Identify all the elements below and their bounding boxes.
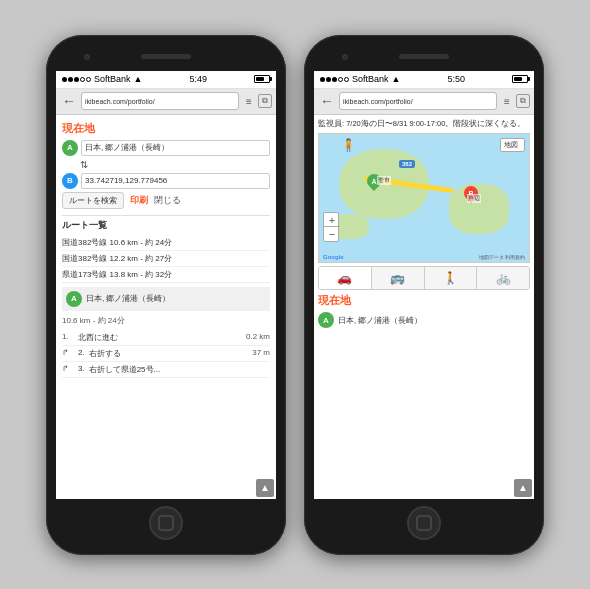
status-right-2	[512, 75, 528, 83]
status-right-1	[254, 75, 270, 83]
phone-bottom-2	[312, 503, 536, 543]
browser-bar-2: ← ikibeach.com/portfolio/ ≡ ⧉	[314, 89, 534, 115]
current-loc-row: A 日本, 郷ノ浦港（長崎）	[318, 312, 530, 328]
url-text-2: ikibeach.com/portfolio/	[343, 98, 413, 105]
ctrl-bus[interactable]: 🚌	[372, 267, 425, 289]
tab-icon-1[interactable]: ⧉	[258, 94, 272, 108]
info-text: 監視員: 7/20海の日〜8/31 9:00-17:00。階段状に深くなる。	[318, 119, 530, 130]
wifi-icon-1: ▲	[134, 74, 143, 84]
content-1: 現在地 A 日本, 郷ノ浦港（長崎） ⇅ B 33.742719,129.779…	[56, 115, 276, 499]
step2-icon: ↱	[62, 348, 74, 357]
ctrl-walk[interactable]: 🚶	[425, 267, 478, 289]
map-container[interactable]: 382 A B	[318, 133, 530, 263]
dot4b	[338, 77, 343, 82]
step-row-1: 1. 北西に進む 0.2 km	[62, 330, 270, 346]
browser-bar-1: ← ikibeach.com/portfolio/ ≡ ⧉	[56, 89, 276, 115]
person-icon: 🧍	[341, 138, 356, 152]
route-list-title: ルート一覧	[62, 219, 270, 232]
divider-1	[62, 215, 270, 216]
signal-dots-1	[62, 77, 91, 82]
current-loc-text: 日本, 郷ノ浦港（長崎）	[338, 315, 422, 326]
ctrl-bike[interactable]: 🚲	[477, 267, 529, 289]
field-b[interactable]: 33.742719,129.779456	[81, 173, 270, 189]
dot3	[74, 77, 79, 82]
time-label-2: 5:50	[447, 74, 465, 84]
battery-1	[254, 75, 270, 83]
map-background: 382 A B	[319, 134, 529, 262]
home-btn-inner-2	[416, 515, 432, 531]
home-btn-inner-1	[158, 515, 174, 531]
tab-icon-2[interactable]: ⧉	[516, 94, 530, 108]
zoom-in-btn[interactable]: +	[324, 213, 340, 227]
menu-icon-2[interactable]: ≡	[500, 94, 514, 108]
battery-fill-1	[256, 77, 264, 81]
back-button-1[interactable]: ←	[60, 93, 78, 109]
dot5	[86, 77, 91, 82]
step2-num: 2.	[78, 348, 85, 357]
route-item-2[interactable]: 国道382号線 12.2 km - 約 27分	[62, 251, 270, 267]
browser-icons-2: ≡ ⧉	[500, 94, 530, 108]
field-a[interactable]: 日本, 郷ノ浦港（長崎）	[81, 140, 270, 156]
screen-1: SoftBank ▲ 5:49 ← ikibeach.com/portfolio…	[56, 71, 276, 499]
route-item-1[interactable]: 国道382号線 10.6 km - 約 24分	[62, 235, 270, 251]
action-row: ルートを検索 印刷 閉じる	[62, 192, 270, 209]
wifi-icon-2: ▲	[392, 74, 401, 84]
step-row-2: ↱ 2. 右折する 37 m	[62, 346, 270, 362]
dot5b	[344, 77, 349, 82]
home-button-1[interactable]	[149, 506, 183, 540]
battery-fill-2	[514, 77, 522, 81]
speaker-1	[141, 54, 191, 59]
step2-dist: 37 m	[252, 348, 270, 357]
step3-icon: ↱	[62, 364, 74, 373]
zoom-controls: + −	[323, 212, 339, 242]
section-title-1: 現在地	[62, 121, 270, 136]
input-row-b: B 33.742719,129.779456	[62, 173, 270, 189]
zoom-out-btn[interactable]: −	[324, 227, 340, 241]
ctrl-car[interactable]: 🚗	[319, 267, 372, 289]
road-badge-382: 382	[399, 160, 415, 168]
url-text-1: ikibeach.com/portfolio/	[85, 98, 155, 105]
camera-2	[342, 54, 348, 60]
google-logo: Google	[323, 254, 344, 260]
map-type-dropdown[interactable]: 地図	[500, 138, 525, 152]
phone-1: SoftBank ▲ 5:49 ← ikibeach.com/portfolio…	[46, 35, 286, 555]
map-footer: 地図データ 利用規約	[479, 254, 525, 260]
step1-text: 北西に進む	[78, 332, 118, 343]
carrier-label-1: SoftBank	[94, 74, 131, 84]
label-ashibe: 芦辺	[467, 194, 481, 203]
label-shishi: 壱市	[377, 176, 391, 185]
current-loc-marker: A	[318, 312, 334, 328]
time-label-1: 5:49	[189, 74, 207, 84]
dist-info: 10.6 km - 約 24分	[62, 315, 270, 326]
input-row-a: A 日本, 郷ノ浦港（長崎）	[62, 140, 270, 156]
step3-text: 右折して県道25号...	[89, 364, 161, 375]
step1-dist: 0.2 km	[246, 332, 270, 341]
back-button-2[interactable]: ←	[318, 93, 336, 109]
speaker-2	[399, 54, 449, 59]
phone-top-1	[54, 47, 278, 67]
home-button-2[interactable]	[407, 506, 441, 540]
route-item-3[interactable]: 県道173号線 13.8 km - 約 32分	[62, 267, 270, 283]
field-a-text: 日本, 郷ノ浦港（長崎）	[85, 142, 169, 153]
start-location: 日本, 郷ノ浦港（長崎）	[86, 293, 170, 304]
transport-controls: 🚗 🚌 🚶 🚲	[318, 266, 530, 290]
url-bar-1[interactable]: ikibeach.com/portfolio/	[81, 92, 239, 110]
status-bar-1: SoftBank ▲ 5:49	[56, 71, 276, 89]
battery-2	[512, 75, 528, 83]
url-bar-2[interactable]: ikibeach.com/portfolio/	[339, 92, 497, 110]
print-link[interactable]: 印刷	[130, 194, 148, 207]
scroll-up-1[interactable]: ▲	[256, 479, 274, 497]
search-route-btn[interactable]: ルートを検索	[62, 192, 124, 209]
menu-icon-1[interactable]: ≡	[242, 94, 256, 108]
dot2b	[326, 77, 331, 82]
swap-icon[interactable]: ⇅	[62, 159, 270, 170]
dot2	[68, 77, 73, 82]
signal-dots-2	[320, 77, 349, 82]
close-link[interactable]: 閉じる	[154, 194, 181, 207]
pin-a-label: A	[371, 178, 376, 185]
scroll-up-2[interactable]: ▲	[514, 479, 532, 497]
step2-text: 右折する	[89, 348, 121, 359]
screen-2: SoftBank ▲ 5:50 ← ikibeach.com/portfolio…	[314, 71, 534, 499]
step1-num: 1.	[62, 332, 74, 341]
phone-top-2	[312, 47, 536, 67]
